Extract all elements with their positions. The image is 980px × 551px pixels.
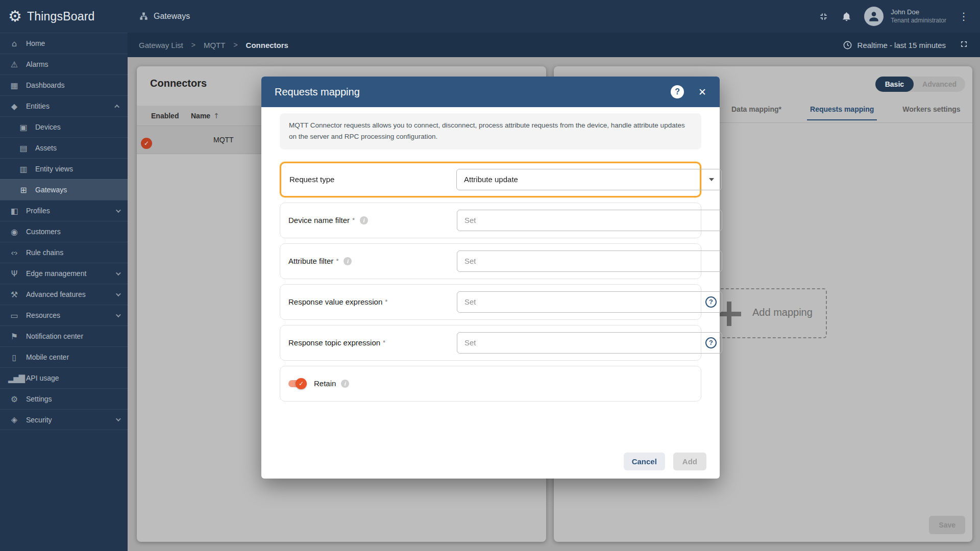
page-title: Gateways [139,12,190,21]
sidebar-item-label: Entity views [35,165,73,173]
brand-name: ThingsBoard [27,10,95,23]
info-icon[interactable]: i [341,380,349,388]
breadcrumb-separator: > [233,41,237,49]
sidebar-item-advanced-features[interactable]: ⚒Advanced features [0,284,128,305]
add-button[interactable]: Add [673,453,706,470]
info-icon[interactable]: i [344,257,352,265]
sidebar-item-label: Advanced features [26,290,86,298]
help-icon[interactable]: ? [671,85,684,98]
required-asterisk: * [352,216,355,224]
mode-advanced-button[interactable]: Advanced [914,80,965,88]
request-type-row: Request type Attribute update [280,162,701,197]
mode-basic-button[interactable]: Basic [875,77,914,92]
sitemap-icon [139,12,149,21]
tab-requests-mapping[interactable]: Requests mapping [807,105,877,120]
request-type-label: Request type [289,175,334,184]
more-menu-icon[interactable]: ⋮ [959,10,969,22]
device-name-filter-row: Device name filter * i [280,203,701,238]
fullscreen-icon[interactable] [959,39,969,51]
alarms-icon: ⚠ [8,60,19,69]
tab-data-mapping[interactable]: Data mapping* [728,105,785,120]
clock-icon [843,40,852,50]
device-name-filter-input[interactable] [464,216,689,224]
sidebar-item-entities[interactable]: ◆Entities [0,95,128,116]
api-usage-icon: ▂▅▇ [8,373,19,383]
sidebar-item-devices[interactable]: ▣Devices [0,116,128,137]
notifications-bell-icon[interactable] [841,11,852,22]
sidebar-item-label: Security [26,416,52,424]
cancel-button[interactable]: Cancel [624,453,665,470]
save-button[interactable]: Save [929,516,965,534]
breadcrumb-mqtt[interactable]: MQTT [204,41,226,49]
column-name[interactable]: Name↑ [191,112,219,120]
time-range-label: Realtime - last 15 minutes [857,41,946,49]
attribute-filter-row: Attribute filter * i [280,243,701,279]
sidebar-item-resources[interactable]: ▭Resources [0,305,128,325]
sidebar-item-label: Entities [26,102,50,110]
requests-mapping-dialog: Requests mapping ? ✕ MQTT Connector requ… [261,77,720,479]
device-name-filter-label: Device name filter [288,216,350,224]
sidebar-item-gateways[interactable]: ⊞Gateways [0,179,128,200]
sidebar-item-settings[interactable]: ⚙Settings [0,388,128,409]
detail-tabs: Data mapping* Requests mapping Workers s… [728,105,964,120]
sidebar-item-customers[interactable]: ◉Customers [0,221,128,242]
chevron-down-icon [116,208,121,213]
request-type-select[interactable]: Attribute update [456,169,722,190]
required-asterisk: * [383,339,385,346]
check-icon: ✓ [141,138,152,149]
customers-icon: ◉ [8,227,19,237]
sidebar-item-label: Devices [35,123,61,131]
sidebar-item-notification-center[interactable]: ⚑Notification center [0,325,128,346]
sidebar-item-api-usage[interactable]: ▂▅▇API usage [0,367,128,388]
info-icon[interactable]: i [360,216,368,224]
add-mapping-button[interactable]: Add mapping [713,288,827,338]
close-icon[interactable]: ✕ [698,86,706,97]
avatar[interactable] [864,7,884,26]
settings-icon: ⚙ [8,394,19,404]
sidebar-item-rule-chains[interactable]: ‹·›Rule chains [0,242,128,263]
user-role: Tenant administrator [891,17,946,24]
brand[interactable]: ⚙ ThingsBoard [0,0,128,33]
response-topic-expression-input[interactable] [464,338,689,347]
assets-icon: ▤ [17,143,29,153]
sidebar-item-home[interactable]: ⌂Home [0,33,128,54]
retain-toggle[interactable]: ✓ [288,380,306,387]
response-value-expression-input[interactable] [464,297,689,306]
entities-icon: ◆ [8,102,19,111]
home-icon: ⌂ [8,39,19,48]
sidebar-item-label: API usage [26,374,59,382]
sidebar-item-assets[interactable]: ▤Assets [0,137,128,158]
time-range-control[interactable]: Realtime - last 15 minutes [843,39,969,51]
expression-help-icon[interactable]: ? [705,337,717,348]
advanced-features-icon: ⚒ [8,290,19,299]
user-block[interactable]: John Doe Tenant administrator [891,8,946,24]
sidebar-item-entity-views[interactable]: ▥Entity views [0,158,128,179]
sidebar-item-edge-management[interactable]: ΨEdge management [0,263,128,284]
chevron-down-icon [116,416,121,421]
sidebar-item-mobile-center[interactable]: ▯Mobile center [0,346,128,367]
breadcrumb-separator: > [191,41,195,49]
tab-workers-settings[interactable]: Workers settings [899,105,963,120]
dashboards-icon: ▦ [8,81,19,90]
rule-chains-icon: ‹·› [8,248,19,258]
sidebar: ⚙ ThingsBoard ⌂Home ⚠Alarms ▦Dashboards … [0,0,128,551]
resources-icon: ▭ [8,311,19,320]
breadcrumb-connectors: Connectors [246,41,288,49]
column-enabled[interactable]: Enabled [151,112,191,120]
sidebar-item-dashboards[interactable]: ▦Dashboards [0,74,128,95]
sidebar-item-alarms[interactable]: ⚠Alarms [0,54,128,74]
sidebar-item-profiles[interactable]: ◧Profiles [0,200,128,221]
collapse-icon[interactable] [818,11,829,22]
add-mapping-label: Add mapping [752,307,813,318]
required-asterisk: * [336,257,338,265]
expression-help-icon[interactable]: ? [705,296,717,308]
response-value-expression-label: Response value expression [288,297,382,306]
security-icon: ◈ [8,415,19,424]
breadcrumb-gateway-list[interactable]: Gateway List [139,41,183,49]
sidebar-item-security[interactable]: ◈Security [0,409,128,430]
response-value-expression-row: Response value expression * ? [280,284,701,320]
attribute-filter-input[interactable] [464,257,689,265]
sidebar-item-label: Dashboards [26,81,65,89]
retain-row: ✓ Retain i [280,366,701,402]
sidebar-item-label: Resources [26,311,60,319]
